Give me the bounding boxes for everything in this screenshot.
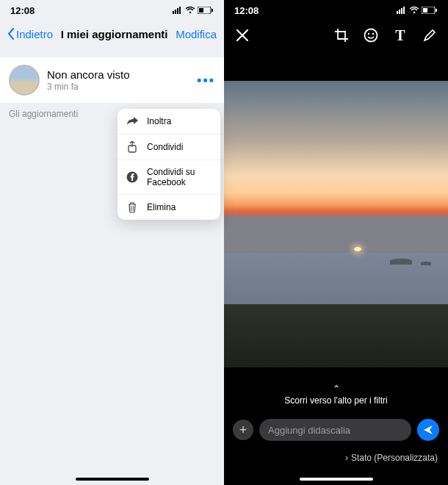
svg-rect-7 (212, 9, 213, 12)
status-thumbnail (9, 65, 40, 96)
svg-rect-16 (423, 8, 427, 12)
menu-delete[interactable]: Elimina (118, 195, 220, 220)
draw-button[interactable] (422, 27, 438, 43)
facebook-icon (126, 171, 138, 183)
plus-icon: + (239, 423, 248, 438)
svg-rect-2 (177, 8, 178, 14)
svg-point-20 (372, 33, 374, 35)
status-icons (173, 7, 214, 14)
svg-rect-17 (436, 9, 437, 12)
pencil-icon (422, 28, 437, 43)
svg-point-4 (189, 12, 192, 14)
clock: 12:08 (10, 5, 35, 16)
svg-rect-12 (401, 8, 402, 14)
share-icon (126, 141, 138, 153)
svg-point-19 (368, 33, 369, 35)
battery-icon (198, 7, 214, 14)
emoji-icon (364, 28, 378, 43)
menu-share[interactable]: Condividi (118, 134, 220, 160)
chevron-right-icon: › (345, 453, 348, 463)
status-row[interactable]: Non ancora visto 3 min fa ••• (0, 57, 224, 103)
clock: 12:08 (234, 5, 259, 16)
svg-point-18 (365, 29, 377, 42)
more-button[interactable]: ••• (197, 73, 215, 88)
chevron-left-icon (7, 28, 15, 40)
menu-forward[interactable]: Inoltra (118, 109, 220, 134)
svg-rect-0 (173, 11, 174, 14)
add-media-button[interactable]: + (233, 420, 253, 440)
caption-placeholder: Aggiungi didascalia (268, 425, 350, 436)
editor-toolbar: T (224, 21, 448, 50)
swipe-hint[interactable]: Scorri verso l'alto per i filtri (224, 395, 448, 406)
home-indicator[interactable] (300, 478, 373, 481)
close-button[interactable] (234, 27, 250, 43)
photo-preview[interactable] (224, 81, 448, 367)
crop-button[interactable] (333, 27, 350, 43)
status-bar: 12:08 (224, 0, 448, 21)
pane-status-editor: 12:08 T (224, 0, 448, 485)
signal-icon (173, 7, 183, 14)
pane-status-updates: 12:08 Indietro I miei aggiornamenti Modi… (0, 0, 224, 485)
status-time: 3 min fa (47, 82, 189, 92)
signal-icon (397, 7, 407, 14)
svg-rect-3 (179, 7, 181, 14)
wifi-icon (409, 7, 419, 14)
svg-rect-1 (175, 10, 176, 14)
text-button[interactable]: T (392, 27, 408, 43)
context-menu: Inoltra Condividi Condividi su Facebook … (118, 109, 220, 220)
edit-button[interactable]: Modifica (176, 28, 217, 40)
status-icons (397, 7, 438, 14)
svg-rect-13 (403, 7, 405, 14)
svg-rect-6 (199, 8, 203, 12)
menu-label: Condividi (147, 142, 183, 152)
back-label: Indietro (16, 28, 53, 40)
send-icon (422, 424, 434, 436)
trash-icon (126, 201, 138, 213)
wifi-icon (185, 7, 195, 14)
menu-label: Inoltra (147, 116, 171, 126)
caption-input[interactable]: Aggiungi didascalia (259, 419, 411, 441)
status-bar: 12:08 (0, 0, 224, 21)
sticker-button[interactable] (363, 27, 379, 43)
caption-row: + Aggiungi didascalia (224, 419, 448, 441)
svg-rect-10 (397, 11, 398, 14)
back-button[interactable]: Indietro (7, 28, 53, 40)
page-title: I miei aggiornamenti (61, 28, 168, 40)
privacy-button[interactable]: › Stato (Personalizzata) (345, 453, 438, 463)
svg-rect-11 (399, 10, 400, 14)
battery-icon (422, 7, 438, 14)
status-title: Non ancora visto (47, 68, 189, 81)
menu-share-facebook[interactable]: Condividi su Facebook (118, 160, 220, 195)
menu-label: Elimina (147, 202, 176, 212)
nav-bar: Indietro I miei aggiornamenti Modifica (0, 21, 224, 47)
crop-icon (334, 28, 349, 43)
chevron-up-icon: ⌃ (224, 384, 448, 394)
privacy-label: Stato (Personalizzata) (351, 453, 438, 463)
menu-label: Condividi su Facebook (147, 167, 212, 187)
svg-point-14 (413, 12, 416, 14)
home-indicator[interactable] (76, 478, 149, 481)
send-button[interactable] (417, 419, 439, 441)
forward-icon (126, 115, 138, 127)
close-icon (236, 29, 249, 42)
